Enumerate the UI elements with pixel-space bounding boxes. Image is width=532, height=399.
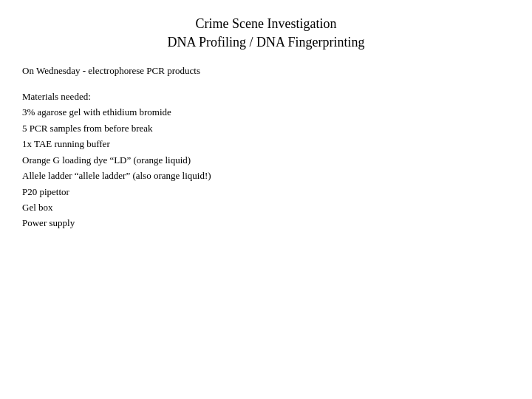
subtitle: On Wednesday - electrophorese PCR produc… — [22, 64, 510, 78]
header: Crime Scene Investigation DNA Profiling … — [22, 15, 510, 52]
list-item: 5 PCR samples from before break — [22, 120, 510, 136]
title-line1: Crime Scene Investigation — [22, 15, 510, 33]
list-item: P20 pipettor — [22, 184, 510, 200]
list-item: Orange G loading dye “LD” (orange liquid… — [22, 152, 510, 168]
list-item: Gel box — [22, 200, 510, 215]
materials-heading: Materials needed: — [22, 89, 510, 104]
title-line2: DNA Profiling / DNA Fingerprinting — [22, 33, 510, 52]
list-item: 3% agarose gel with ethidium bromide — [22, 104, 510, 120]
page: Crime Scene Investigation DNA Profiling … — [0, 0, 532, 399]
list-item: Power supply — [22, 215, 510, 231]
list-item: 1x TAE running buffer — [22, 136, 510, 151]
list-item: Allele ladder “allele ladder” (also oran… — [22, 168, 510, 183]
materials-section: Materials needed: 3% agarose gel with et… — [22, 89, 510, 231]
